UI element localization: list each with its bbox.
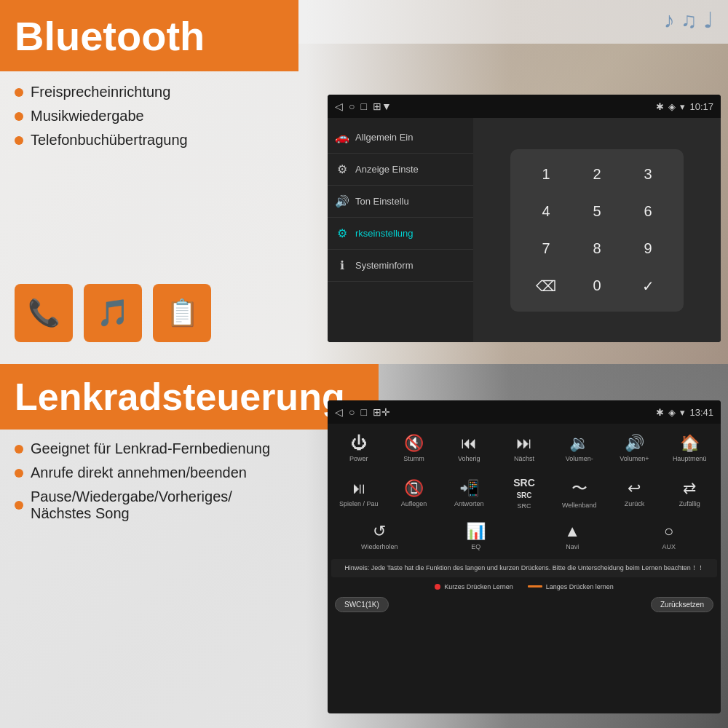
legend-long-label: Langes Drücken lernen bbox=[546, 583, 614, 590]
bullet-icon bbox=[15, 88, 23, 97]
numpad-6[interactable]: 6 bbox=[627, 197, 669, 226]
swc1-button[interactable]: SWC1(1K) bbox=[335, 597, 389, 612]
numpad-0[interactable]: 0 bbox=[576, 272, 618, 301]
swc-aux-btn[interactable]: ○ AUX bbox=[621, 518, 718, 555]
hangup-icon: 📵 bbox=[404, 479, 424, 498]
android-screen-top: ◁ ○ □ ⊞▼ ✱ ◈ ▾ 10:17 🚗 Allgemein Ein bbox=[328, 95, 721, 342]
shuffle-icon: ⇄ bbox=[683, 479, 696, 498]
swc-back-btn[interactable]: ↩ Zurück bbox=[607, 472, 662, 515]
numpad-4[interactable]: 4 bbox=[525, 197, 567, 226]
swc-statusbar: ◁ ○ □ ⊞✛ ✱ ◈ ▾ 13:41 bbox=[328, 400, 721, 424]
voldown-label: Volumen- bbox=[566, 455, 593, 463]
sidebar-menu: 🚗 Allgemein Ein ⚙ Anzeige Einste 🔊 Ton E… bbox=[328, 118, 473, 342]
swc-statusbar-left: ◁ ○ □ ⊞✛ bbox=[335, 406, 390, 418]
swc-next-btn[interactable]: ⏭ Nächst bbox=[496, 430, 552, 467]
legend-long: Langes Drücken lernen bbox=[528, 583, 614, 590]
next-icon: ⏭ bbox=[516, 434, 532, 453]
statusbar-top: ◁ ○ □ ⊞▼ ✱ ◈ ▾ 10:17 bbox=[328, 95, 721, 118]
swc-prev-btn[interactable]: ⏮ Voherig bbox=[441, 430, 496, 467]
statusbar-right: ✱ ◈ ▾ 10:17 bbox=[656, 101, 713, 112]
swc-shuffle-btn[interactable]: ⇄ Zufällig bbox=[662, 472, 717, 515]
navi-label: Navi bbox=[566, 543, 579, 551]
settings-icon: ⚙ bbox=[335, 226, 349, 240]
swc-navi-btn[interactable]: ▲ Navi bbox=[524, 518, 621, 555]
feature-item: Freisprecheinrichtung bbox=[15, 84, 188, 100]
back-icon[interactable]: ◁ bbox=[335, 406, 343, 418]
band-label: Wellenband bbox=[562, 502, 596, 510]
menu-item-system[interactable]: ℹ Systeminform bbox=[328, 250, 473, 282]
bt-icon: ⊞✛ bbox=[373, 406, 390, 418]
menu-item-sound[interactable]: 🔊 Ton Einstellu bbox=[328, 186, 473, 218]
swc-answer-btn[interactable]: 📲 Antworten bbox=[441, 472, 496, 515]
android-screen-bottom: ◁ ○ □ ⊞✛ ✱ ◈ ▾ 13:41 ⏻ Power 🔇 Stumm bbox=[328, 400, 721, 713]
numpad-3[interactable]: 3 bbox=[627, 160, 669, 189]
legend-short-label: Kurzes Drücken Lernen bbox=[444, 583, 513, 590]
numpad-1[interactable]: 1 bbox=[525, 160, 567, 189]
bluetooth-section: ♪ ♫ ♩ Bluetooth Freisprecheinrichtung Mu… bbox=[0, 0, 728, 364]
hangup-label: Auflegen bbox=[401, 500, 427, 508]
lenkrad-header: Lenkradsteuerung bbox=[0, 364, 379, 430]
aux-label: AUX bbox=[662, 543, 676, 551]
repeat-label: Wiederholen bbox=[361, 543, 398, 551]
next-label: Nächst bbox=[514, 455, 534, 463]
voldown-icon: 🔉 bbox=[569, 434, 589, 453]
swc-row1: ⏻ Power 🔇 Stumm ⏮ Voherig ⏭ Nächst 🔉 Vol… bbox=[328, 424, 721, 471]
home-icon[interactable]: ○ bbox=[349, 406, 355, 418]
band-icon: 〜 bbox=[571, 478, 587, 499]
power-label: Power bbox=[349, 455, 368, 463]
menu-item-display[interactable]: ⚙ Anzeige Einste bbox=[328, 154, 473, 186]
android-content-top: 🚗 Allgemein Ein ⚙ Anzeige Einste 🔊 Ton E… bbox=[328, 118, 721, 342]
numpad-7[interactable]: 7 bbox=[525, 234, 567, 263]
reset-button[interactable]: Zurücksetzen bbox=[651, 597, 713, 612]
back2-label: Zurück bbox=[625, 500, 645, 508]
numpad-8[interactable]: 8 bbox=[576, 234, 618, 263]
numpad-backspace[interactable]: ⌫ bbox=[525, 272, 567, 301]
swc-eq-btn[interactable]: 📊 EQ bbox=[428, 518, 525, 555]
music-notes-decoration: ♪ ♫ ♩ bbox=[664, 7, 713, 33]
swc-volup-btn[interactable]: 🔊 Volumen+ bbox=[607, 430, 662, 467]
bluetooth-features: Freisprecheinrichtung Musikwiedergabe Te… bbox=[15, 84, 188, 156]
aux-icon: ○ bbox=[664, 522, 673, 541]
swc-playpause-btn[interactable]: ⏯ Spielen / Pau bbox=[331, 472, 387, 515]
feature-text: Freisprecheinrichtung bbox=[31, 84, 170, 100]
info-icon: ℹ bbox=[335, 258, 349, 272]
bluetooth-icon: ✱ bbox=[656, 407, 664, 418]
phone-icon-box: 📞 bbox=[15, 284, 73, 342]
feature-text: Anrufe direkt annehmen/beenden bbox=[31, 464, 247, 481]
swc-home-btn[interactable]: 🏠 Hauptmenü bbox=[662, 430, 717, 467]
back-icon[interactable]: ◁ bbox=[335, 100, 343, 112]
feature-item: Anrufe direkt annehmen/beenden bbox=[15, 464, 270, 481]
swc-hangup-btn[interactable]: 📵 Auflegen bbox=[387, 472, 442, 515]
swc-repeat-btn[interactable]: ↺ Wiederholen bbox=[331, 518, 428, 555]
menu-item-general[interactable]: 🚗 Allgemein Ein bbox=[328, 122, 473, 154]
swc-mute-btn[interactable]: 🔇 Stumm bbox=[387, 430, 442, 467]
recents-icon[interactable]: □ bbox=[360, 100, 366, 112]
numpad-9[interactable]: 9 bbox=[627, 234, 669, 263]
swc-band-btn[interactable]: 〜 Wellenband bbox=[552, 472, 607, 515]
answer-label: Antworten bbox=[454, 500, 484, 508]
bullet-icon bbox=[15, 469, 23, 478]
swc-src-btn[interactable]: SRCSRC SRC bbox=[496, 472, 552, 515]
repeat-icon: ↺ bbox=[373, 522, 386, 541]
legend-short: Kurzes Drücken Lernen bbox=[435, 583, 513, 590]
time-display: 10:17 bbox=[689, 101, 713, 112]
wifi-icon: ▾ bbox=[680, 101, 685, 112]
feature-item: Geeignet für Lenkrad-Fernbedienung bbox=[15, 440, 270, 457]
numpad-5[interactable]: 5 bbox=[576, 197, 618, 226]
answer-icon: 📲 bbox=[459, 479, 479, 498]
menu-item-rks[interactable]: ⚙ rkseinstellung bbox=[328, 218, 473, 250]
bullet-icon bbox=[15, 112, 23, 121]
location-icon: ◈ bbox=[668, 101, 676, 112]
navi-icon: ▲ bbox=[564, 522, 580, 541]
feature-text: Telefonbuchübertragung bbox=[31, 132, 188, 149]
bullet-icon bbox=[15, 136, 23, 145]
swc-voldown-btn[interactable]: 🔉 Volumen- bbox=[552, 430, 607, 467]
recents-icon[interactable]: □ bbox=[360, 406, 366, 418]
swc-power-btn[interactable]: ⏻ Power bbox=[331, 430, 387, 467]
music-icon-box: 🎵 bbox=[84, 284, 142, 342]
home-icon[interactable]: ○ bbox=[349, 100, 355, 112]
swc-hint-box: Hinweis: Jede Taste hat die Funktion des… bbox=[331, 559, 717, 577]
numpad-confirm[interactable]: ✓ bbox=[627, 272, 669, 301]
location-icon: ◈ bbox=[668, 407, 676, 418]
numpad-2[interactable]: 2 bbox=[576, 160, 618, 189]
